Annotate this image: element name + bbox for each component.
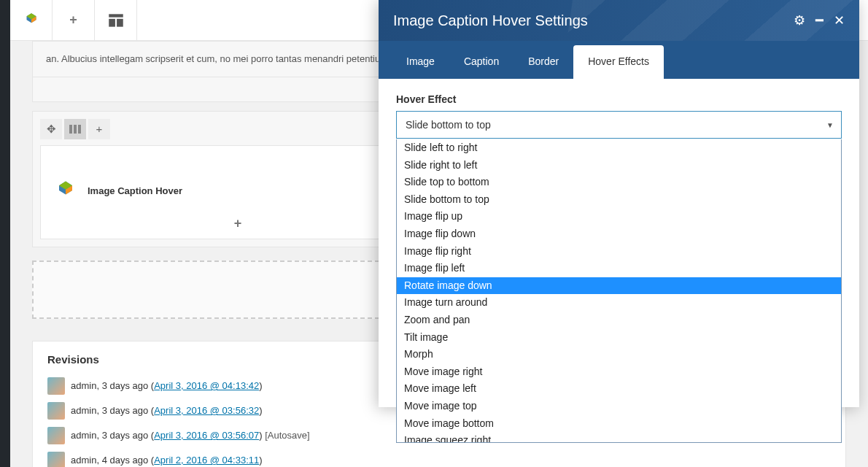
plus-icon: +	[69, 12, 77, 28]
option[interactable]: Image flip left	[397, 260, 841, 277]
revision-text: admin, 3 days ago (April 3, 2016 @ 03:56…	[71, 430, 310, 441]
revision-text: admin, 4 days ago (April 2, 2016 @ 04:33…	[71, 455, 263, 466]
option[interactable]: Image flip up	[397, 208, 841, 225]
svg-rect-0	[109, 14, 123, 17]
option[interactable]: Morph	[397, 346, 841, 363]
option[interactable]: Move image left	[397, 380, 841, 398]
tab-image[interactable]: Image	[392, 45, 449, 79]
option[interactable]: Move image bottom	[397, 415, 841, 433]
modal-header: Image Caption Hover Settings ⚙ ━ ✕	[379, 0, 859, 41]
svg-rect-2	[117, 18, 123, 26]
element-card[interactable]: Image Caption Hover	[48, 171, 427, 212]
option[interactable]: Move image right	[397, 363, 841, 381]
avatar	[47, 377, 65, 395]
svg-rect-1	[109, 18, 115, 26]
option[interactable]: Slide right to left	[397, 157, 841, 174]
option[interactable]: Slide left to right	[397, 139, 841, 157]
avatar	[47, 452, 65, 468]
option[interactable]: Zoom and pan	[397, 312, 841, 329]
option[interactable]: Rotate image down	[397, 277, 841, 295]
modal-body: Hover Effect Slide bottom to top Slide l…	[379, 79, 859, 407]
tab-hover-effects[interactable]: Hover Effects	[573, 45, 664, 79]
logo-icon[interactable]	[10, 0, 53, 41]
element-icon	[53, 178, 79, 204]
option[interactable]: Move image top	[397, 398, 841, 415]
minimize-icon[interactable]: ━	[815, 12, 824, 28]
hover-effect-select[interactable]: Slide bottom to top	[396, 111, 842, 139]
hover-effect-dropdown[interactable]: Slide left to rightSlide right to leftSl…	[396, 139, 842, 443]
revision-link[interactable]: April 2, 2016 @ 04:33:11	[154, 455, 259, 466]
option[interactable]: Tilt image	[397, 329, 841, 347]
revision-link[interactable]: April 3, 2016 @ 03:56:07	[154, 430, 259, 441]
add-column-icon[interactable]: +	[88, 119, 110, 139]
admin-sidebar	[0, 0, 10, 467]
modal-header-icons: ⚙ ━ ✕	[794, 12, 845, 28]
select-wrap: Slide bottom to top Slide left to rightS…	[396, 111, 842, 139]
revision-link[interactable]: April 3, 2016 @ 04:13:42	[154, 380, 259, 391]
add-element-button[interactable]: +	[53, 0, 95, 41]
gear-icon[interactable]: ⚙	[794, 12, 805, 28]
svg-rect-5	[78, 125, 81, 134]
column-1: + ✎ 🗑 Image Caption Hover +	[40, 145, 435, 239]
svg-rect-4	[74, 125, 77, 134]
plus-icon: +	[234, 216, 242, 231]
modal-title: Image Caption Hover Settings	[393, 12, 588, 29]
tab-caption[interactable]: Caption	[449, 45, 514, 79]
close-icon[interactable]: ✕	[834, 12, 845, 28]
option[interactable]: Image flip right	[397, 243, 841, 260]
templates-button[interactable]	[95, 0, 137, 41]
columns-icon[interactable]	[64, 119, 86, 139]
element-name: Image Caption Hover	[88, 185, 182, 196]
avatar	[47, 402, 65, 420]
svg-rect-3	[69, 125, 72, 134]
move-icon[interactable]: ✥	[40, 119, 62, 139]
settings-modal: Image Caption Hover Settings ⚙ ━ ✕ Image…	[379, 0, 859, 407]
revision-text: admin, 3 days ago (April 3, 2016 @ 04:13…	[71, 380, 263, 391]
col-controls: + ✎ 🗑	[48, 153, 427, 166]
revision-link[interactable]: April 3, 2016 @ 03:56:32	[154, 405, 259, 416]
option[interactable]: Image flip down	[397, 225, 841, 243]
option[interactable]: Slide top to bottom	[397, 174, 841, 191]
option[interactable]: Slide bottom to top	[397, 191, 841, 209]
field-label: Hover Effect	[396, 93, 842, 105]
option[interactable]: Image squeez right	[397, 432, 841, 443]
modal-tabs: ImageCaptionBorderHover Effects	[379, 41, 859, 79]
avatar	[47, 427, 65, 444]
col-add[interactable]: +	[48, 216, 427, 231]
tab-border[interactable]: Border	[514, 45, 573, 79]
revision-row: admin, 4 days ago (April 2, 2016 @ 04:33…	[47, 452, 831, 468]
revision-suffix: [Autosave]	[263, 430, 310, 441]
revision-text: admin, 3 days ago (April 3, 2016 @ 03:56…	[71, 405, 263, 416]
option[interactable]: Image turn around	[397, 294, 841, 312]
